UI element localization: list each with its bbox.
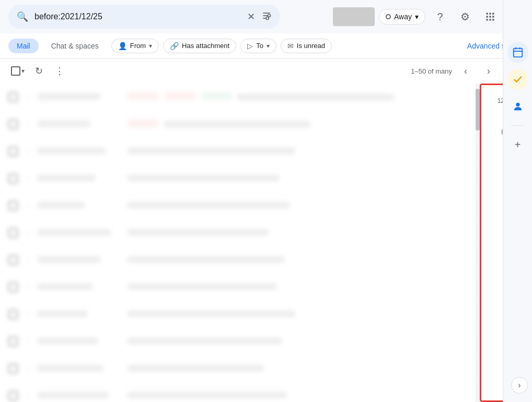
email-list-area: ☆ ☆ ☆ — [0, 84, 532, 402]
apps-icon[interactable] — [480, 6, 501, 27]
row-checkbox[interactable] — [8, 310, 18, 319]
contacts-icon[interactable] — [507, 96, 528, 117]
svg-rect-9 — [489, 16, 491, 17]
star-icon[interactable]: ☆ — [24, 336, 31, 346]
refresh-button[interactable]: ↻ — [29, 62, 48, 80]
toolbar: ▾ ↻ ⋮ 1–50 of many ‹ › ▤ ▾ — [0, 58, 532, 84]
add-app-button[interactable]: + — [507, 134, 528, 155]
table-row[interactable]: ☆ — [0, 274, 476, 301]
table-row[interactable]: ☆ — [0, 382, 476, 402]
send-icon: ▷ — [247, 42, 253, 50]
sender-name — [38, 93, 121, 101]
sidebar-divider — [512, 125, 524, 126]
help-icon[interactable]: ? — [430, 6, 450, 27]
row-checkbox[interactable] — [8, 391, 18, 400]
table-row[interactable]: ☆ — [0, 328, 476, 355]
row-checkbox[interactable] — [8, 228, 18, 238]
chip-to-chevron-icon: ▾ — [267, 42, 270, 50]
table-row[interactable]: ☆ — [0, 111, 476, 138]
attachment-icon: 🔗 — [170, 42, 179, 50]
chip-to-label: To — [256, 42, 263, 50]
envelope-icon: ✉ — [287, 42, 294, 50]
status-button[interactable]: Away ▾ — [379, 9, 425, 25]
top-bar: 🔍 before:2021/12/25 ✕ Away ▾ ? ⚙ — [0, 0, 532, 33]
search-input[interactable]: before:2021/12/25 — [34, 12, 241, 21]
star-icon[interactable]: ☆ — [24, 282, 31, 292]
chip-to[interactable]: ▷ To ▾ — [240, 39, 276, 53]
star-icon[interactable]: ☆ — [24, 200, 31, 210]
tab-chat-spaces[interactable]: Chat & spaces — [43, 39, 107, 53]
star-icon[interactable]: ☆ — [24, 146, 31, 156]
select-dropdown-chevron-icon[interactable]: ▾ — [21, 67, 25, 75]
svg-point-3 — [268, 14, 271, 17]
chip-unread-label: Is unread — [297, 42, 325, 50]
chip-attachment[interactable]: 🔗 Has attachment — [163, 39, 236, 53]
search-clear-icon[interactable]: ✕ — [247, 11, 255, 22]
row-checkbox[interactable] — [8, 337, 18, 346]
star-icon[interactable]: ☆ — [24, 228, 31, 238]
svg-rect-7 — [492, 13, 494, 15]
star-icon[interactable]: ☆ — [24, 363, 31, 373]
svg-point-4 — [266, 17, 269, 19]
svg-rect-13 — [492, 19, 494, 20]
row-checkbox[interactable] — [8, 92, 18, 102]
svg-point-18 — [516, 103, 519, 107]
select-all-checkbox[interactable]: ▾ — [8, 64, 27, 78]
svg-rect-14 — [513, 49, 522, 57]
star-icon[interactable]: ☆ — [24, 119, 31, 129]
row-checkbox[interactable] — [8, 255, 18, 265]
star-icon[interactable]: ☆ — [24, 173, 31, 183]
svg-rect-12 — [489, 19, 491, 20]
chip-unread[interactable]: ✉ Is unread — [281, 39, 332, 53]
row-checkbox[interactable] — [8, 282, 18, 292]
checkbox-box — [11, 66, 20, 76]
svg-rect-11 — [487, 19, 488, 20]
sender-name — [38, 120, 121, 128]
table-row[interactable]: ☆ — [0, 219, 476, 246]
more-options-button[interactable]: ⋮ — [50, 62, 69, 80]
star-icon[interactable]: ☆ — [24, 255, 31, 265]
table-row[interactable]: ☆ — [0, 84, 476, 111]
row-checkbox[interactable] — [8, 201, 18, 210]
tab-mail[interactable]: Mail — [8, 39, 39, 53]
email-list[interactable]: ☆ ☆ ☆ — [0, 84, 476, 402]
scrollbar-track[interactable] — [476, 84, 480, 402]
svg-rect-6 — [489, 13, 491, 15]
scrollbar-thumb[interactable] — [476, 89, 480, 131]
next-page-button[interactable]: › — [479, 62, 498, 80]
svg-rect-5 — [487, 13, 488, 15]
star-icon[interactable]: ☆ — [24, 391, 31, 400]
table-row[interactable]: ☆ — [0, 138, 476, 165]
star-icon[interactable]: ☆ — [24, 309, 31, 319]
table-row[interactable]: ☆ — [0, 165, 476, 192]
pagination-text: 1–50 of many — [411, 67, 452, 75]
filter-bar: Mail Chat & spaces 👤 From ▾ 🔗 Has attach… — [0, 33, 532, 58]
svg-rect-8 — [487, 16, 488, 17]
chip-from[interactable]: 👤 From ▾ — [111, 39, 159, 53]
row-checkbox[interactable] — [8, 120, 18, 129]
search-box[interactable]: 🔍 before:2021/12/25 ✕ — [8, 5, 280, 29]
table-row[interactable]: ☆ — [0, 355, 476, 382]
calendar-icon[interactable] — [507, 42, 528, 63]
tasks-icon[interactable] — [507, 69, 528, 90]
status-chevron-icon: ▾ — [415, 13, 419, 21]
table-row[interactable]: ☆ — [0, 301, 476, 328]
table-row[interactable]: ☆ — [0, 246, 476, 274]
search-icon: 🔍 — [17, 11, 28, 22]
row-checkbox[interactable] — [8, 364, 18, 373]
chip-attachment-label: Has attachment — [182, 42, 229, 50]
table-row[interactable]: ☆ — [0, 192, 476, 219]
right-sidebar: + › — [503, 0, 532, 402]
svg-rect-10 — [492, 16, 494, 17]
settings-icon[interactable]: ⚙ — [455, 6, 476, 27]
prev-page-button[interactable]: ‹ — [456, 62, 475, 80]
search-filter-icon[interactable] — [261, 10, 272, 23]
top-right: Away ▾ ? ⚙ — [333, 6, 524, 27]
status-dot-icon — [386, 14, 391, 19]
star-icon[interactable]: ☆ — [24, 92, 31, 102]
profile-avatar-placeholder — [333, 7, 375, 26]
row-checkbox[interactable] — [8, 147, 18, 156]
row-checkbox[interactable] — [8, 174, 18, 183]
toolbar-left: ▾ ↻ ⋮ — [8, 62, 69, 80]
sidebar-collapse-button[interactable]: › — [511, 377, 528, 394]
